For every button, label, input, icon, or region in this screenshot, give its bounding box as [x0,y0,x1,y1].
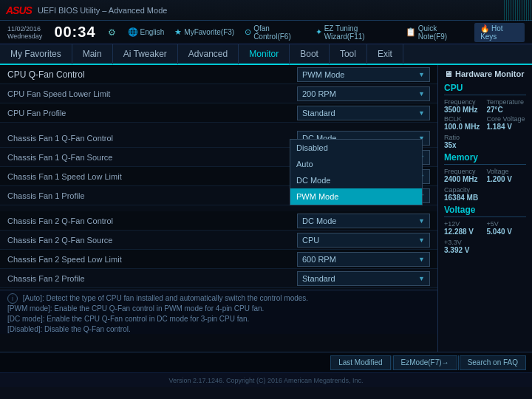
voltage-section-title: Voltage [444,205,526,217]
chassis2-profile-dropdown[interactable]: Standard ▼ [297,271,430,286]
v5-value: 5.040 V [487,228,527,236]
chassis2-speed-label: Chassis Fan 2 Speed Low Limit [7,255,297,264]
nav-boot[interactable]: Boot [290,44,330,64]
cpu-bclk-label: BCLK [444,115,484,123]
star-icon: ★ [174,27,182,37]
cpu-freq-block: Frequency 3500 MHz [444,98,484,114]
main-layout: CPU Q-Fan Control PWM Mode ▼ Disabled Au… [0,65,532,352]
cpu-fan-speed-dropdown[interactable]: 200 RPM ▼ [297,86,430,101]
chassis2-speed-dropdown[interactable]: 600 RPM ▼ [297,252,430,267]
cpu-fan-speed-value: 200 RPM [302,89,336,98]
cpu-corev-value: 1.184 V [487,123,527,131]
dropdown-arrow: ▼ [418,71,425,78]
chassis2-profile-label: Chassis Fan 2 Profile [7,274,297,283]
dropdown-arrow-8: ▼ [418,217,425,225]
ez-tuning-label: EZ Tuning Wizard(F11) [324,24,395,41]
cpu-qfan-dropdown[interactable]: PWM Mode ▼ [297,67,430,82]
chassis2-profile-value: Standard [302,274,335,283]
nav-bar: My Favorites Main Ai Tweaker Advanced Mo… [0,44,532,65]
v12-block: +12V 12.288 V [444,220,484,236]
search-faq-btn[interactable]: Search on FAQ [460,355,526,370]
option-pwm-mode[interactable]: PWM Mode [290,188,422,205]
option-disabled[interactable]: Disabled [290,140,422,156]
qfan-label: Qfan Control(F6) [253,24,305,41]
memory-grid: Frequency 2400 MHz Voltage 1.200 V [444,168,526,183]
cpu-corev-label: Core Voltage [487,115,527,123]
chassis2-qfan-value: DC Mode [302,216,336,225]
mem-freq-label: Frequency [444,168,484,175]
nav-my-favorites[interactable]: My Favorites [0,44,72,64]
quick-note-label: Quick Note(F9) [418,24,464,41]
chassis1-source-label: Chassis Fan 1 Q-Fan Source [7,153,297,162]
cpu-bclk-block: BCLK 100.0 MHz [444,115,484,131]
note-icon: 📋 [406,27,416,37]
cpu-temp-value: 27°C [487,106,527,114]
v12-label: +12V [444,220,484,228]
voltage-grid: +12V 12.288 V +5V 5.040 V [444,220,526,236]
dropdown-arrow-11: ▼ [418,275,425,282]
nav-exit[interactable]: Exit [367,44,403,64]
toolbar: 🌐 English ★ MyFavorite(F3) ⊙ Qfan Contro… [128,23,525,42]
qfan-btn[interactable]: ⊙ Qfan Control(F6) [245,24,305,41]
ez-tuning-btn[interactable]: ✦ EZ Tuning Wizard(F11) [316,24,395,41]
nav-advanced[interactable]: Advanced [178,44,239,64]
mem-cap-block: Capacity 16384 MB [444,186,526,202]
mem-freq-block: Frequency 2400 MHz [444,168,484,183]
v33-label: +3.3V [444,239,526,246]
cpu-bclk-value: 100.0 MHz [444,123,484,131]
hw-panel-title: 🖥 Hardware Monitor [444,69,526,78]
cpu-freq-label: Frequency [444,98,484,106]
language-selector[interactable]: 🌐 English [128,27,165,37]
hot-keys-btn[interactable]: 🔥 Hot Keys [474,23,525,42]
chassis2-source-dropdown[interactable]: CPU ▼ [297,233,430,248]
hardware-monitor-panel: 🖥 Hardware Monitor CPU Frequency 3500 MH… [437,65,532,352]
globe-icon: 🌐 [128,27,138,37]
chassis2-qfan-dropdown[interactable]: DC Mode ▼ [297,214,430,228]
cpu-temp-label: Temperature [487,98,527,106]
option-dc-mode[interactable]: DC Mode [290,172,422,188]
cpu-freq-value: 3500 MHz [444,106,484,114]
setting-cpu-qfan: CPU Q-Fan Control PWM Mode ▼ [0,65,437,84]
settings-area: CPU Q-Fan Control PWM Mode ▼ Disabled Au… [0,65,437,288]
cpu-section-title: CPU [444,83,526,95]
dropdown-arrow-3: ▼ [418,109,425,117]
mem-cap-value: 16384 MB [444,194,526,202]
language-label: English [140,28,165,36]
ez-mode-btn[interactable]: EzMode(F7)→ [393,355,457,370]
mem-cap-label: Capacity [444,186,526,194]
cpu-fan-profile-label: CPU Fan Profile [7,109,297,117]
mem-freq-value: 2400 MHz [444,175,484,183]
cpu-qfan-value: PWM Mode [302,70,344,79]
dropdown-arrow-10: ▼ [418,256,425,263]
nav-ai-tweaker[interactable]: Ai Tweaker [113,44,178,64]
bios-title: UEFI BIOS Utility – Advanced Mode [38,6,167,15]
my-favorite-label: MyFavorite(F3) [184,28,234,36]
nav-tool[interactable]: Tool [330,44,367,64]
nav-main[interactable]: Main [72,44,113,64]
chassis2-speed-value: 600 RPM [302,255,336,264]
mem-volt-block: Voltage 1.200 V [487,168,527,183]
my-favorite-btn[interactable]: ★ MyFavorite(F3) [174,27,234,37]
divider-1 [0,123,437,129]
v33-value: 3.392 V [444,246,526,254]
chassis2-source-value: CPU [302,236,319,245]
setting-cpu-fan-profile: CPU Fan Profile Standard ▼ [0,103,437,123]
nav-monitor[interactable]: Monitor [239,44,290,65]
dropdown-menu: Disabled Auto DC Mode PWM Mode [290,139,423,205]
cpu-fan-profile-dropdown[interactable]: Standard ▼ [297,106,430,120]
v33-block: +3.3V 3.392 V [444,239,526,254]
dropdown-arrow-2: ▼ [418,90,425,98]
gear-icon[interactable]: ⚙ [108,27,116,38]
cpu-grid: Frequency 3500 MHz Temperature 27°C BCLK… [444,98,526,131]
quick-note-btn[interactable]: 📋 Quick Note(F9) [406,24,464,41]
last-modified-btn[interactable]: Last Modified [330,355,390,370]
setting-chassis2-profile: Chassis Fan 2 Profile Standard ▼ [0,269,437,288]
setting-chassis2-source: Chassis Fan 2 Q-Fan Source CPU ▼ [0,231,437,250]
option-auto[interactable]: Auto [290,156,422,172]
memory-section-title: Memory [444,152,526,165]
asus-logo: ASUS [6,4,32,16]
mem-volt-label: Voltage [487,168,527,175]
bottom-bar: Last Modified EzMode(F7)→ Search on FAQ [0,352,532,372]
top-bar: ASUS UEFI BIOS Utility – Advanced Mode [0,0,532,21]
info-line-3: [Disabled]: Disable the Q-Fan control. [7,325,131,333]
